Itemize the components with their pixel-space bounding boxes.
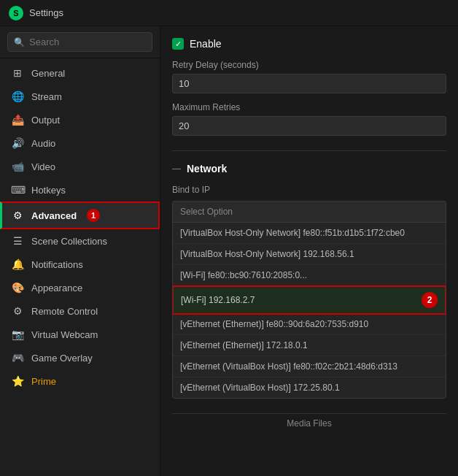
sidebar-item-label: Prime: [31, 376, 56, 387]
sidebar-item-label: General: [31, 68, 65, 79]
sidebar-item-scene-collections[interactable]: ☰ Scene Collections: [0, 229, 160, 253]
media-files-label: Media Files: [172, 413, 446, 433]
virtual-webcam-icon: 📷: [11, 329, 24, 340]
search-input[interactable]: [29, 37, 146, 47]
main-layout: 🔍 ⊞ General 🌐 Stream 📤 Output 🔊 Audio: [0, 26, 458, 476]
video-icon: 📹: [11, 161, 24, 172]
callout-badge-2: 2: [422, 292, 438, 308]
dropdown-option-label: [Wi-Fi] fe80::bc90:7610:2085:0...: [180, 270, 307, 280]
advanced-badge: 1: [87, 209, 100, 222]
dropdown-option-wifi-fe80[interactable]: [Wi-Fi] fe80::bc90:7610:2085:0...: [173, 265, 446, 286]
sidebar-item-virtual-webcam[interactable]: 📷 Virtual Webcam: [0, 323, 160, 346]
dropdown-option-vethernet-fe80[interactable]: [vEthernet (Ethernet)] fe80::90d:6a20:75…: [173, 314, 446, 335]
sidebar-item-label: Virtual Webcam: [31, 329, 98, 340]
sidebar-item-label: Video: [31, 161, 55, 172]
title-bar: S Settings: [0, 0, 458, 26]
sidebar-item-general[interactable]: ⊞ General: [0, 61, 160, 85]
sidebar-item-label: Scene Collections: [31, 236, 107, 247]
remote-control-icon: ⚙: [11, 305, 24, 317]
game-overlay-icon: 🎮: [11, 352, 24, 364]
appearance-icon: 🎨: [11, 282, 24, 293]
sidebar-item-audio[interactable]: 🔊 Audio: [0, 131, 160, 155]
enable-section: ✓ Enable Retry Delay (seconds) Maximum R…: [172, 38, 446, 136]
dropdown-option-vethernet-vbox-172[interactable]: [vEthernet (VirtualBox Host)] 172.25.80.…: [173, 377, 446, 398]
sidebar-item-label: Notifications: [31, 259, 83, 270]
dropdown-option-label: [VirtualBox Host-Only Network] 192.168.5…: [180, 249, 354, 259]
dropdown-option-label: Select Option: [180, 207, 233, 217]
dropdown-option-vethernet-vbox-fe80[interactable]: [vEthernet (VirtualBox Host)] fe80::f02c…: [173, 356, 446, 377]
dropdown-option-select[interactable]: Select Option: [173, 201, 446, 223]
search-container: 🔍: [0, 26, 160, 58]
dropdown-option-label: [vEthernet (VirtualBox Host)] fe80::f02c…: [180, 361, 397, 372]
network-section: — Network Bind to IP Select Option [Virt…: [172, 163, 446, 399]
stream-icon: 🌐: [11, 91, 24, 102]
enable-row: ✓ Enable: [172, 38, 446, 50]
sidebar-item-label: Hotkeys: [31, 185, 66, 196]
dropdown-option-label: [vEthernet (VirtualBox Host)] 172.25.80.…: [180, 383, 340, 393]
enable-label: Enable: [190, 38, 222, 50]
title-bar-text: Settings: [29, 7, 63, 18]
sidebar-item-video[interactable]: 📹 Video: [0, 155, 160, 178]
retry-delay-group: Retry Delay (seconds): [172, 60, 446, 93]
sidebar-item-notifications[interactable]: 🔔 Notifications: [0, 253, 160, 276]
max-retries-input[interactable]: [172, 116, 446, 136]
sidebar-item-output[interactable]: 📤 Output: [0, 108, 160, 131]
sidebar-item-game-overlay[interactable]: 🎮 Game Overlay: [0, 346, 160, 369]
enable-checkbox[interactable]: ✓: [172, 38, 184, 50]
dropdown-option-label: [Wi-Fi] 192.168.2.7: [181, 295, 255, 305]
bind-to-ip-dropdown[interactable]: Select Option [VirtualBox Host-Only Netw…: [172, 201, 446, 399]
sidebar-item-stream[interactable]: 🌐 Stream: [0, 85, 160, 108]
bind-to-ip-label: Bind to IP: [172, 185, 446, 195]
sidebar-item-label: Appearance: [31, 283, 82, 293]
sidebar-item-label: Audio: [31, 138, 55, 149]
dropdown-option-vbox-fe80[interactable]: [VirtualBox Host-Only Network] fe80::f51…: [173, 223, 446, 244]
dropdown-option-vbox-192[interactable]: [VirtualBox Host-Only Network] 192.168.5…: [173, 244, 446, 265]
sidebar-item-remote-control[interactable]: ⚙ Remote Control: [0, 299, 160, 323]
collapse-icon[interactable]: —: [172, 164, 181, 174]
general-icon: ⊞: [11, 67, 24, 79]
dropdown-option-vethernet-172[interactable]: [vEthernet (Ethernet)] 172.18.0.1: [173, 335, 446, 356]
hotkeys-icon: ⌨: [11, 184, 24, 196]
sidebar-item-label: Stream: [31, 91, 62, 102]
sidebar-item-prime[interactable]: ⭐ Prime: [0, 369, 160, 393]
scene-collections-icon: ☰: [11, 235, 24, 247]
app-icon: S: [9, 6, 23, 20]
notifications-icon: 🔔: [11, 258, 24, 270]
sidebar-item-advanced[interactable]: ⚙ Advanced 1: [0, 201, 160, 229]
section-divider: [172, 150, 446, 151]
retry-delay-label: Retry Delay (seconds): [172, 60, 446, 70]
retry-delay-input[interactable]: [172, 74, 446, 93]
dropdown-option-wifi-192[interactable]: [Wi-Fi] 192.168.2.7 2: [172, 285, 446, 315]
network-title: Network: [187, 163, 227, 174]
network-section-header: — Network: [172, 163, 446, 174]
sidebar-item-label: Advanced: [31, 210, 77, 221]
sidebar-item-hotkeys[interactable]: ⌨ Hotkeys: [0, 178, 160, 201]
prime-icon: ⭐: [11, 375, 24, 387]
max-retries-label: Maximum Retries: [172, 102, 446, 112]
content-area: ✓ Enable Retry Delay (seconds) Maximum R…: [160, 26, 458, 476]
dropdown-option-label: [vEthernet (Ethernet)] 172.18.0.1: [180, 340, 308, 350]
dropdown-option-label: [VirtualBox Host-Only Network] fe80::f51…: [180, 228, 405, 238]
sidebar-item-label: Game Overlay: [31, 353, 93, 364]
sidebar: 🔍 ⊞ General 🌐 Stream 📤 Output 🔊 Audio: [0, 26, 160, 476]
sidebar-nav: ⊞ General 🌐 Stream 📤 Output 🔊 Audio 📹 Vi…: [0, 58, 160, 476]
advanced-icon: ⚙: [11, 210, 24, 221]
sidebar-item-appearance[interactable]: 🎨 Appearance: [0, 276, 160, 299]
sidebar-item-label: Remote Control: [31, 306, 98, 317]
search-box[interactable]: 🔍: [7, 32, 152, 52]
max-retries-group: Maximum Retries: [172, 102, 446, 136]
search-icon: 🔍: [14, 37, 25, 47]
dropdown-option-label: [vEthernet (Ethernet)] fe80::90d:6a20:75…: [180, 319, 368, 329]
sidebar-item-label: Output: [31, 115, 60, 126]
output-icon: 📤: [11, 114, 24, 126]
audio-icon: 🔊: [11, 137, 24, 149]
